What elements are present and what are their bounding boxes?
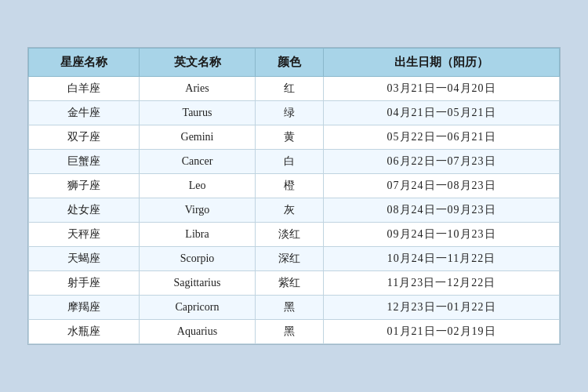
english-name-cell: Capricorn [139, 296, 255, 320]
english-name-cell: Sagittarius [139, 271, 255, 296]
dates-cell: 03月21日一04月20日 [324, 77, 560, 101]
table-row: 处女座Virgo灰08月24日一09月23日 [29, 198, 560, 223]
color-cell: 黄 [256, 125, 324, 150]
dates-cell: 07月24日一08月23日 [324, 174, 560, 198]
english-name-cell: Aries [139, 77, 255, 101]
table-row: 巨蟹座Cancer白06月22日一07月23日 [29, 150, 560, 174]
chinese-name-cell: 双子座 [29, 125, 140, 150]
dates-cell: 09月24日一10月23日 [324, 223, 560, 247]
dates-cell: 10月24日一11月22日 [324, 247, 560, 271]
chinese-name-cell: 天蝎座 [29, 247, 140, 271]
dates-cell: 08月24日一09月23日 [324, 198, 560, 223]
zodiac-table-container: 星座名称 英文名称 颜色 出生日期（阳历） 白羊座Aries红03月21日一04… [27, 47, 561, 345]
zodiac-table: 星座名称 英文名称 颜色 出生日期（阳历） 白羊座Aries红03月21日一04… [28, 48, 560, 344]
chinese-name-cell: 射手座 [29, 271, 140, 296]
dates-cell: 04月21日一05月21日 [324, 101, 560, 125]
table-body: 白羊座Aries红03月21日一04月20日金牛座Taurus绿04月21日一0… [29, 77, 560, 344]
table-row: 射手座Sagittarius紫红11月23日一12月22日 [29, 271, 560, 296]
color-cell: 橙 [256, 174, 324, 198]
table-row: 双子座Gemini黄05月22日一06月21日 [29, 125, 560, 150]
table-row: 狮子座Leo橙07月24日一08月23日 [29, 174, 560, 198]
color-cell: 淡红 [256, 223, 324, 247]
table-header-row: 星座名称 英文名称 颜色 出生日期（阳历） [29, 49, 560, 77]
header-english-name: 英文名称 [139, 49, 255, 77]
english-name-cell: Cancer [139, 150, 255, 174]
header-color: 颜色 [256, 49, 324, 77]
table-row: 天蝎座Scorpio深红10月24日一11月22日 [29, 247, 560, 271]
color-cell: 黑 [256, 320, 324, 344]
dates-cell: 06月22日一07月23日 [324, 150, 560, 174]
english-name-cell: Scorpio [139, 247, 255, 271]
english-name-cell: Gemini [139, 125, 255, 150]
chinese-name-cell: 处女座 [29, 198, 140, 223]
english-name-cell: Aquarius [139, 320, 255, 344]
table-row: 摩羯座Capricorn黑12月23日一01月22日 [29, 296, 560, 320]
english-name-cell: Virgo [139, 198, 255, 223]
color-cell: 黑 [256, 296, 324, 320]
color-cell: 深红 [256, 247, 324, 271]
dates-cell: 05月22日一06月21日 [324, 125, 560, 150]
color-cell: 灰 [256, 198, 324, 223]
dates-cell: 12月23日一01月22日 [324, 296, 560, 320]
chinese-name-cell: 天秤座 [29, 223, 140, 247]
color-cell: 白 [256, 150, 324, 174]
color-cell: 红 [256, 77, 324, 101]
chinese-name-cell: 摩羯座 [29, 296, 140, 320]
chinese-name-cell: 狮子座 [29, 174, 140, 198]
dates-cell: 01月21日一02月19日 [324, 320, 560, 344]
chinese-name-cell: 巨蟹座 [29, 150, 140, 174]
table-row: 白羊座Aries红03月21日一04月20日 [29, 77, 560, 101]
header-chinese-name: 星座名称 [29, 49, 140, 77]
chinese-name-cell: 白羊座 [29, 77, 140, 101]
color-cell: 紫红 [256, 271, 324, 296]
english-name-cell: Taurus [139, 101, 255, 125]
english-name-cell: Libra [139, 223, 255, 247]
chinese-name-cell: 水瓶座 [29, 320, 140, 344]
table-row: 水瓶座Aquarius黑01月21日一02月19日 [29, 320, 560, 344]
table-row: 金牛座Taurus绿04月21日一05月21日 [29, 101, 560, 125]
table-row: 天秤座Libra淡红09月24日一10月23日 [29, 223, 560, 247]
color-cell: 绿 [256, 101, 324, 125]
english-name-cell: Leo [139, 174, 255, 198]
header-dates: 出生日期（阳历） [324, 49, 560, 77]
chinese-name-cell: 金牛座 [29, 101, 140, 125]
dates-cell: 11月23日一12月22日 [324, 271, 560, 296]
